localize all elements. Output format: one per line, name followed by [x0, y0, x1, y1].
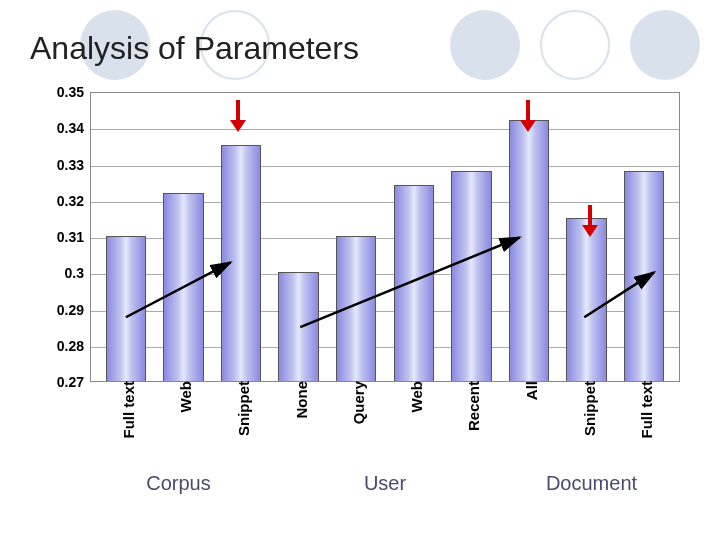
- bar: [566, 218, 606, 381]
- x-tick-label: Snippet: [230, 381, 251, 436]
- y-tick-label: 0.31: [40, 229, 84, 245]
- highlight-arrow-icon: [520, 100, 536, 132]
- group-label: Document: [503, 472, 680, 495]
- x-tick-label: None: [288, 381, 309, 419]
- y-tick-label: 0.32: [40, 193, 84, 209]
- bar-slot: Full text: [97, 93, 155, 381]
- group-label: Corpus: [90, 472, 267, 495]
- bar-chart: 0.270.280.290.30.310.320.330.340.35 Full…: [40, 92, 680, 492]
- bar: [278, 272, 318, 381]
- x-tick-label: Full text: [634, 381, 655, 439]
- y-tick-label: 0.29: [40, 302, 84, 318]
- x-tick-label: Web: [403, 381, 424, 412]
- highlight-arrow-icon: [230, 100, 246, 132]
- bar-slot: All: [500, 93, 558, 381]
- x-tick-label: Web: [173, 381, 194, 412]
- bar-slot: Snippet: [212, 93, 270, 381]
- group-label: User: [267, 472, 503, 495]
- y-tick-label: 0.3: [40, 265, 84, 281]
- y-tick-label: 0.33: [40, 157, 84, 173]
- x-tick-label: Full text: [115, 381, 136, 439]
- bar: [509, 120, 549, 381]
- y-tick-label: 0.28: [40, 338, 84, 354]
- x-tick-label: Query: [346, 381, 367, 424]
- y-tick-label: 0.35: [40, 84, 84, 100]
- bar-slot: None: [270, 93, 328, 381]
- bar-slot: Recent: [443, 93, 501, 381]
- bar: [221, 145, 261, 381]
- x-tick-label: All: [518, 381, 539, 400]
- bars-container: Full textWebSnippetNoneQueryWebRecentAll…: [91, 93, 679, 381]
- bar-slot: Query: [327, 93, 385, 381]
- group-labels: CorpusUserDocument: [90, 472, 680, 495]
- plot-area: Full textWebSnippetNoneQueryWebRecentAll…: [90, 92, 680, 382]
- bar: [336, 236, 376, 381]
- y-axis-labels: 0.270.280.290.30.310.320.330.340.35: [40, 92, 88, 382]
- highlight-arrow-icon: [582, 205, 598, 237]
- bar: [394, 185, 434, 381]
- page-title: Analysis of Parameters: [30, 30, 359, 67]
- bar: [163, 193, 203, 382]
- bar: [451, 171, 491, 381]
- bar: [106, 236, 146, 381]
- bar-slot: Snippet: [558, 93, 616, 381]
- x-tick-label: Snippet: [576, 381, 597, 436]
- bar-slot: Web: [385, 93, 443, 381]
- y-tick-label: 0.34: [40, 120, 84, 136]
- x-tick-label: Recent: [461, 381, 482, 431]
- bar-slot: Full text: [615, 93, 673, 381]
- y-tick-label: 0.27: [40, 374, 84, 390]
- bar-slot: Web: [155, 93, 213, 381]
- bar: [624, 171, 664, 381]
